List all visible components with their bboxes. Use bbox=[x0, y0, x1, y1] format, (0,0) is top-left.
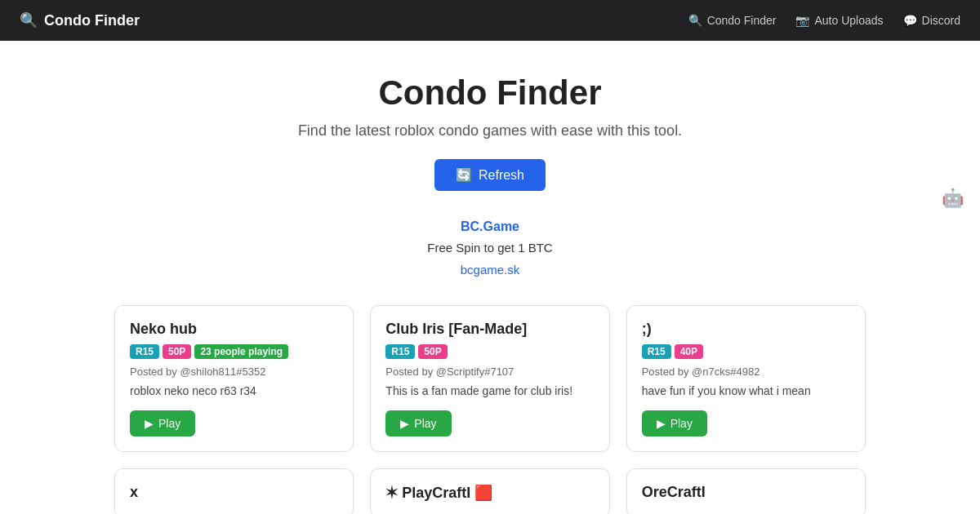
partial-card: x bbox=[114, 468, 354, 514]
card-badges: R1540P bbox=[642, 344, 850, 359]
nav-auto-uploads[interactable]: 📷 Auto Uploads bbox=[795, 14, 883, 27]
page-title: Condo Finder bbox=[114, 73, 866, 113]
ad-desc: Free Spin to get 1 BTC bbox=[114, 237, 866, 259]
game-card: Neko hubR1550P23 people playingPosted by… bbox=[114, 305, 354, 452]
partial-cards-grid: x✶ PlayCraftI 🟥OreCraftI bbox=[114, 468, 866, 514]
badge-r15: R15 bbox=[130, 344, 159, 359]
ad-link[interactable]: bcgame.sk bbox=[461, 263, 520, 277]
navbar-brand[interactable]: 🔍 Condo Finder bbox=[20, 11, 140, 29]
nav-auto-uploads-label: Auto Uploads bbox=[814, 14, 883, 27]
game-card: Club Iris [Fan-Made]R1550PPosted by @Scr… bbox=[370, 305, 609, 452]
ad-block: BC.Game Free Spin to get 1 BTC bcgame.sk bbox=[114, 215, 866, 281]
play-button[interactable]: ▶ Play bbox=[385, 410, 451, 436]
search-icon: 🔍 bbox=[20, 11, 38, 29]
badge-50p: 50P bbox=[418, 344, 447, 359]
cards-grid: Neko hubR1550P23 people playingPosted by… bbox=[114, 305, 866, 452]
partial-card-title: OreCraftI bbox=[642, 484, 850, 501]
game-card: ;)R1540PPosted by @n7cks#4982have fun if… bbox=[626, 305, 866, 452]
badge-50p: 50P bbox=[163, 344, 191, 359]
play-button[interactable]: ▶ Play bbox=[130, 410, 195, 436]
search-icon-nav: 🔍 bbox=[688, 14, 702, 27]
play-button[interactable]: ▶ Play bbox=[642, 410, 707, 436]
nav-condo-finder[interactable]: 🔍 Condo Finder bbox=[688, 14, 777, 27]
refresh-button[interactable]: 🔄 Refresh bbox=[434, 159, 546, 191]
badge-r15: R15 bbox=[642, 344, 671, 359]
discord-icon: 💬 bbox=[903, 14, 917, 27]
main-content: Condo Finder Find the latest roblox cond… bbox=[98, 41, 882, 514]
ad-title: BC.Game bbox=[114, 215, 866, 237]
card-title: Neko hub bbox=[130, 321, 338, 338]
navbar-brand-label: Condo Finder bbox=[44, 12, 140, 29]
card-title: ;) bbox=[642, 321, 850, 338]
nav-discord[interactable]: 💬 Discord bbox=[903, 14, 960, 27]
badge-r15: R15 bbox=[385, 344, 415, 359]
partial-card: OreCraftI bbox=[626, 468, 866, 514]
camera-icon: 📷 bbox=[795, 14, 809, 27]
robot-icon: 🤖 bbox=[942, 188, 964, 209]
refresh-label: Refresh bbox=[479, 168, 524, 183]
play-icon: ▶ bbox=[400, 417, 409, 430]
card-desc: roblox neko neco r63 r34 bbox=[130, 384, 338, 401]
card-badges: R1550P23 people playing bbox=[130, 344, 338, 359]
card-title: Club Iris [Fan-Made] bbox=[385, 321, 594, 338]
badge-40p: 40P bbox=[675, 344, 703, 359]
navbar: 🔍 Condo Finder 🔍 Condo Finder 📷 Auto Upl… bbox=[0, 0, 980, 41]
navbar-links: 🔍 Condo Finder 📷 Auto Uploads 💬 Discord bbox=[688, 14, 960, 27]
hero-section: Condo Finder Find the latest roblox cond… bbox=[114, 73, 866, 191]
card-desc: have fun if you know what i mean bbox=[642, 384, 850, 401]
card-poster: Posted by @Scriptify#7107 bbox=[385, 366, 594, 378]
refresh-icon: 🔄 bbox=[456, 167, 472, 183]
card-desc: This is a fan made game for club iris! bbox=[385, 384, 594, 401]
partial-card-title: ✶ PlayCraftI 🟥 bbox=[385, 484, 594, 502]
nav-discord-label: Discord bbox=[922, 14, 960, 27]
card-poster: Posted by @shiloh811#5352 bbox=[130, 366, 338, 378]
play-icon: ▶ bbox=[145, 417, 154, 430]
partial-card: ✶ PlayCraftI 🟥 bbox=[370, 468, 609, 514]
hero-subtitle: Find the latest roblox condo games with … bbox=[114, 122, 866, 140]
badge-playing: 23 people playing bbox=[194, 344, 288, 359]
partial-card-title: x bbox=[130, 484, 338, 501]
card-poster: Posted by @n7cks#4982 bbox=[642, 366, 850, 378]
nav-condo-finder-label: Condo Finder bbox=[707, 14, 777, 27]
card-badges: R1550P bbox=[385, 344, 594, 359]
play-icon: ▶ bbox=[657, 417, 666, 430]
